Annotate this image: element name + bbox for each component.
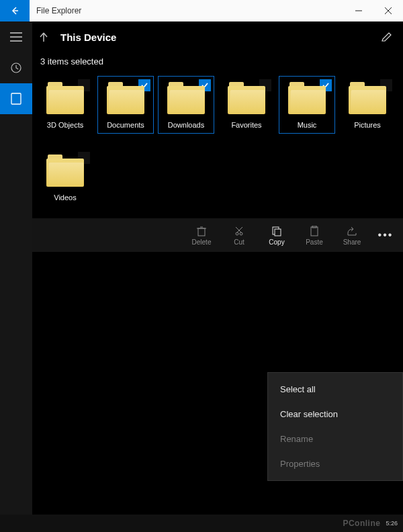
svg-point-11 [236,232,238,235]
scissors-icon [234,226,244,236]
folder-item[interactable]: Favorites [218,76,275,134]
close-icon [385,7,392,14]
window-title: File Explorer [30,6,344,15]
share-button[interactable]: Share [334,225,369,246]
watermark: PConline [343,519,380,528]
svg-line-13 [237,227,242,232]
device-icon [11,93,21,105]
left-rail [0,21,32,515]
main-panel: This Device 3 items selected 3D ObjectsD… [32,21,403,515]
menu-item: Rename [268,427,402,451]
delete-button[interactable]: Delete [184,225,219,246]
folder-item[interactable]: Music [279,76,335,134]
cmd-label: Cut [234,238,244,246]
folder-icon [46,154,84,187]
close-button[interactable] [373,0,403,21]
app-body: This Device 3 items selected 3D ObjectsD… [0,21,403,515]
folder-item[interactable]: 3D Objects [37,76,93,134]
this-device-button[interactable] [0,83,32,114]
folder-label: Favorites [231,121,261,129]
folder-item[interactable]: Pictures [339,76,396,134]
folder-grid: 3D ObjectsDocumentsDownloadsFavoritesMus… [32,73,403,218]
window-controls [344,0,403,21]
more-button[interactable]: ••• [372,229,399,241]
hamburger-icon [10,32,22,42]
menu-item[interactable]: Clear selection [268,402,402,427]
svg-line-14 [236,227,241,232]
cmd-label: Share [343,238,361,246]
pencil-icon [380,31,392,43]
selection-status: 3 items selected [32,52,403,73]
hamburger-button[interactable] [0,21,32,52]
folder-label: Downloads [168,121,204,129]
paste-icon [310,226,319,236]
svg-rect-16 [275,229,281,236]
cmd-label: Copy [269,238,284,246]
folder-icon [167,82,205,114]
path-text: This Device [60,32,116,43]
folder-icon [288,82,326,114]
folder-label: 3D Objects [47,121,83,129]
menu-item: Properties [268,451,402,476]
clock-icon [10,62,22,74]
arrow-up-icon [39,32,48,42]
cmd-label: Delete [192,238,212,246]
svg-rect-8 [198,228,205,236]
folder-label: Videos [54,193,76,202]
taskbar: PConline 5:26 [0,515,403,532]
folder-icon [107,82,144,114]
folder-item[interactable]: Videos [37,148,93,206]
folder-icon [349,82,386,114]
titlebar: File Explorer [0,0,403,21]
back-button[interactable] [0,0,30,21]
copy-button[interactable]: Copy [259,225,294,246]
folder-item[interactable]: Downloads [158,76,214,134]
window: File Explorer [0,0,403,532]
trash-icon [197,226,206,236]
path-bar: This Device [32,21,403,52]
minimize-button[interactable] [344,0,373,21]
folder-label: Pictures [354,121,381,129]
svg-point-12 [240,232,242,235]
command-bar: Delete Cut Copy Paste Share [32,218,403,252]
recent-button[interactable] [0,52,32,83]
copy-icon [271,226,282,236]
taskbar-clock: 5:26 [386,520,398,527]
folder-label: Documents [107,121,144,129]
minimize-icon [355,7,362,14]
svg-rect-17 [311,227,318,236]
folder-label: Music [298,121,317,129]
share-icon [347,226,357,236]
paste-button[interactable]: Paste [297,225,332,246]
edit-button[interactable] [380,31,392,43]
ellipsis-icon: ••• [378,229,394,241]
cmd-label: Paste [306,238,323,246]
up-button[interactable] [39,32,48,42]
arrow-left-icon [9,5,20,16]
folder-item[interactable]: Documents [97,76,154,134]
context-menu: Select allClear selectionRenamePropertie… [267,372,403,481]
svg-rect-7 [11,93,21,104]
folder-icon [228,82,265,114]
menu-item[interactable]: Select all [268,377,402,402]
folder-icon [46,82,84,114]
cut-button[interactable]: Cut [222,225,257,246]
